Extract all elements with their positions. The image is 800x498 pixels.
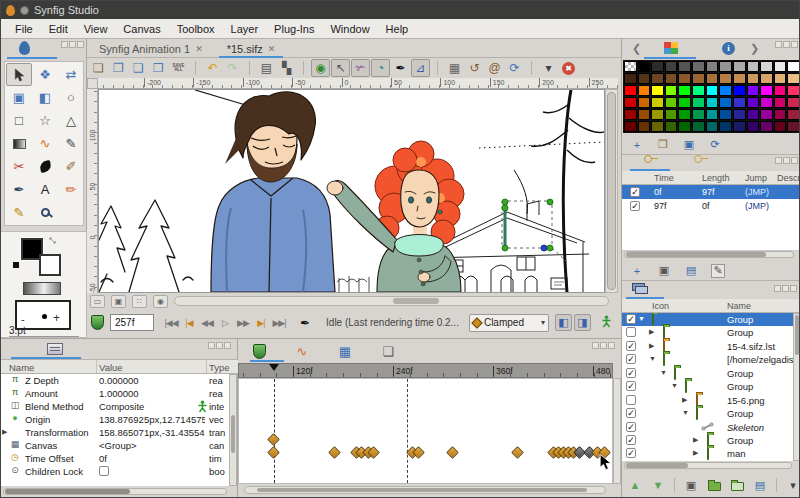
palette-color[interactable] bbox=[706, 97, 719, 108]
palette-color[interactable] bbox=[787, 61, 800, 72]
palette-color[interactable] bbox=[651, 73, 664, 84]
palette-color[interactable] bbox=[719, 73, 732, 84]
palette-color[interactable] bbox=[651, 109, 664, 120]
horizontal-ruler[interactable]: -200-150-100-50050100150200250 bbox=[98, 78, 618, 89]
timebar-ruler[interactable]: 120f240f360f480 bbox=[238, 363, 613, 378]
palette-color[interactable] bbox=[624, 73, 637, 84]
timetrack-vertical-scrollbar[interactable] bbox=[613, 378, 621, 484]
palette-color[interactable] bbox=[692, 97, 705, 108]
keyframe-marker-icon[interactable] bbox=[269, 364, 279, 371]
timetrack-tab-curves[interactable]: ∿ bbox=[293, 342, 311, 360]
layer-visibility-checkbox[interactable]: ✓ bbox=[626, 448, 636, 458]
toolbox-tab[interactable] bbox=[1, 39, 87, 59]
expand-icon[interactable]: ▶ bbox=[693, 436, 698, 444]
seek-prev-frame-button[interactable]: ◀◀ bbox=[198, 315, 216, 331]
palette-color[interactable] bbox=[692, 73, 705, 84]
menu-plugins[interactable]: Plug-Ins bbox=[266, 21, 322, 37]
save-as-button[interactable]: ❒ bbox=[149, 59, 168, 77]
palette-color[interactable] bbox=[787, 97, 800, 108]
parameter-value[interactable]: <Group> bbox=[99, 440, 205, 451]
collapse-icon[interactable]: ▼ bbox=[682, 409, 689, 416]
layer-visibility-checkbox[interactable]: ✓ bbox=[626, 354, 636, 364]
add-color-button[interactable]: + bbox=[630, 138, 644, 152]
palette-color[interactable] bbox=[651, 97, 664, 108]
keyframe-jump-link[interactable]: (JMP) bbox=[745, 187, 769, 197]
palette-color[interactable] bbox=[651, 121, 664, 132]
canvas-viewport[interactable] bbox=[98, 89, 605, 293]
refresh-palette-button[interactable]: ⟳ bbox=[708, 138, 722, 152]
palette-color[interactable] bbox=[733, 61, 746, 72]
col-jump[interactable]: Jump bbox=[745, 173, 767, 183]
close-icon[interactable]: ✕ bbox=[195, 44, 203, 54]
preview-button[interactable]: ▚ bbox=[277, 59, 296, 77]
layer-row[interactable]: ✓▼Group bbox=[622, 407, 800, 420]
palette-color[interactable] bbox=[760, 121, 773, 132]
palette-color[interactable] bbox=[787, 73, 800, 84]
dock-buttons[interactable] bbox=[61, 41, 84, 48]
circle-tool[interactable]: ○ bbox=[58, 86, 84, 109]
palette-color[interactable] bbox=[747, 85, 760, 96]
undo-button[interactable]: ↶ bbox=[203, 59, 222, 77]
reset-colors-icon[interactable] bbox=[13, 262, 19, 268]
close-icon[interactable]: ✕ bbox=[268, 44, 276, 54]
canvas-horizontal-scrollbar[interactable] bbox=[174, 296, 609, 306]
parameter-row[interactable]: ◷Time Offset0ftim bbox=[1, 452, 229, 465]
palette-color[interactable] bbox=[747, 61, 760, 72]
palette-color[interactable] bbox=[692, 121, 705, 132]
palette-color[interactable] bbox=[624, 97, 637, 108]
palette-color[interactable] bbox=[706, 109, 719, 120]
palette-color[interactable] bbox=[733, 85, 746, 96]
render-button[interactable]: ▤ bbox=[257, 59, 276, 77]
parameters-vertical-scrollbar[interactable] bbox=[229, 374, 237, 486]
menu-layer[interactable]: Layer bbox=[223, 21, 267, 37]
waypoint[interactable] bbox=[446, 446, 459, 459]
palette-color[interactable] bbox=[624, 61, 637, 72]
parameter-value[interactable]: 138.876925px,12.714575 bbox=[99, 414, 205, 425]
waypoint[interactable] bbox=[598, 446, 611, 459]
close-view-button[interactable]: ✖ bbox=[559, 59, 578, 77]
background-render-button[interactable]: ⟳ bbox=[505, 59, 524, 77]
palette-color[interactable] bbox=[787, 85, 800, 96]
seek-prev-keyframe-button[interactable]: |◀ bbox=[180, 315, 198, 331]
rectangle-tool[interactable]: □ bbox=[6, 109, 32, 132]
collapse-icon[interactable]: ▼ bbox=[671, 382, 678, 389]
waypoint[interactable] bbox=[328, 446, 341, 459]
palette-color[interactable] bbox=[692, 85, 705, 96]
brush-size-field[interactable]: 3.pt bbox=[9, 325, 79, 337]
add-keyframe-button[interactable]: + bbox=[630, 264, 644, 278]
parameter-row[interactable]: ●Origin138.876925px,12.714575vec bbox=[1, 413, 229, 426]
palette-color[interactable] bbox=[733, 73, 746, 84]
palette-color[interactable] bbox=[638, 109, 651, 120]
palette-color[interactable] bbox=[665, 121, 678, 132]
keyframe-row[interactable]: ✓0f97f(JMP) bbox=[622, 185, 800, 199]
waypoint[interactable] bbox=[267, 433, 280, 446]
cutout-tool[interactable]: ✂ bbox=[6, 155, 32, 178]
duplicate-keyframe-button[interactable]: ▣ bbox=[657, 264, 671, 278]
palette-color[interactable] bbox=[665, 109, 678, 120]
col-icon[interactable]: Icon bbox=[652, 301, 669, 311]
waypoint[interactable] bbox=[511, 446, 524, 459]
palette-color[interactable] bbox=[747, 109, 760, 120]
palette-color[interactable] bbox=[678, 97, 691, 108]
toggle-vertex-handles[interactable]: ↖ bbox=[331, 59, 350, 77]
col-value[interactable]: Value bbox=[99, 362, 123, 373]
palette-color[interactable] bbox=[638, 73, 651, 84]
col-length[interactable]: Length bbox=[702, 173, 730, 183]
col-time[interactable]: Time bbox=[654, 173, 674, 183]
text-tool[interactable]: A bbox=[32, 178, 58, 201]
delete-layer-button[interactable]: ▤ bbox=[753, 478, 767, 492]
palette-color[interactable] bbox=[692, 109, 705, 120]
palette-color[interactable] bbox=[706, 73, 719, 84]
timetrack-tab-children[interactable]: ▦ bbox=[336, 342, 354, 360]
layer-row[interactable]: ✓▼Group bbox=[622, 367, 800, 380]
ink-tool[interactable]: ✒ bbox=[6, 178, 32, 201]
ruler-corner-button[interactable] bbox=[87, 78, 98, 89]
star-tool[interactable]: ☆ bbox=[32, 109, 58, 132]
save-all-button[interactable]: SAVE ALL bbox=[169, 59, 188, 77]
parameter-row[interactable]: ⊙Children Lockboo bbox=[1, 465, 229, 478]
parameter-row[interactable]: ▶Transformation158.865071px,-31.43554tra… bbox=[1, 426, 229, 439]
parameter-row[interactable]: πZ Depth0.000000rea bbox=[1, 374, 229, 387]
layer-row[interactable]: ✓▼Group bbox=[622, 380, 800, 393]
palette-color[interactable] bbox=[760, 97, 773, 108]
brush-tool[interactable] bbox=[32, 155, 58, 178]
